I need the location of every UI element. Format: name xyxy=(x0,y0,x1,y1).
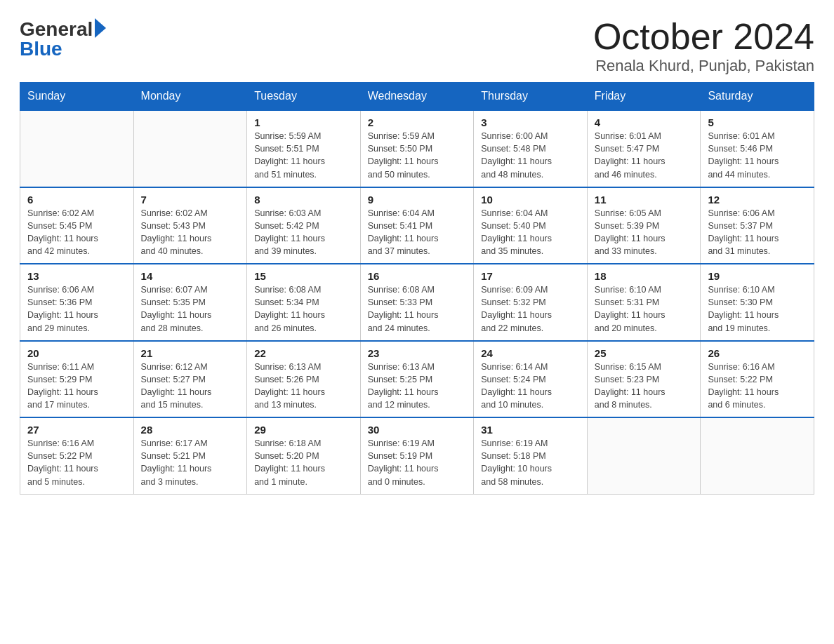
day-info: Sunrise: 6:02 AM Sunset: 5:43 PM Dayligh… xyxy=(141,207,240,258)
calendar-cell: 21Sunrise: 6:12 AM Sunset: 5:27 PM Dayli… xyxy=(133,341,247,418)
calendar-cell: 28Sunrise: 6:17 AM Sunset: 5:21 PM Dayli… xyxy=(133,417,247,494)
day-info: Sunrise: 6:13 AM Sunset: 5:26 PM Dayligh… xyxy=(254,361,353,412)
day-number: 19 xyxy=(708,270,807,282)
calendar-cell: 2Sunrise: 5:59 AM Sunset: 5:50 PM Daylig… xyxy=(360,110,474,187)
calendar-location: Renala Khurd, Punjab, Pakistan xyxy=(593,57,814,75)
day-info: Sunrise: 6:13 AM Sunset: 5:25 PM Dayligh… xyxy=(368,361,467,412)
day-number: 5 xyxy=(708,116,807,128)
day-number: 31 xyxy=(481,424,580,436)
calendar-cell: 1Sunrise: 5:59 AM Sunset: 5:51 PM Daylig… xyxy=(247,110,361,187)
logo-arrow-icon xyxy=(95,18,106,38)
calendar-cell: 12Sunrise: 6:06 AM Sunset: 5:37 PM Dayli… xyxy=(701,187,814,264)
day-number: 9 xyxy=(368,194,467,206)
logo: General Blue xyxy=(20,17,106,59)
day-number: 10 xyxy=(481,194,580,206)
calendar-cell: 3Sunrise: 6:00 AM Sunset: 5:48 PM Daylig… xyxy=(474,110,588,187)
day-number: 24 xyxy=(481,347,580,359)
day-info: Sunrise: 6:18 AM Sunset: 5:20 PM Dayligh… xyxy=(254,437,353,488)
day-number: 14 xyxy=(141,270,240,282)
calendar-cell: 17Sunrise: 6:09 AM Sunset: 5:32 PM Dayli… xyxy=(474,264,588,341)
day-info: Sunrise: 6:06 AM Sunset: 5:36 PM Dayligh… xyxy=(27,283,126,335)
calendar-cell: 15Sunrise: 6:08 AM Sunset: 5:34 PM Dayli… xyxy=(247,264,361,341)
calendar-cell: 24Sunrise: 6:14 AM Sunset: 5:24 PM Dayli… xyxy=(474,341,588,418)
calendar-table: SundayMondayTuesdayWednesdayThursdayFrid… xyxy=(20,82,814,495)
calendar-cell: 26Sunrise: 6:16 AM Sunset: 5:22 PM Dayli… xyxy=(701,341,814,418)
calendar-cell: 27Sunrise: 6:16 AM Sunset: 5:22 PM Dayli… xyxy=(20,417,134,494)
day-info: Sunrise: 6:16 AM Sunset: 5:22 PM Dayligh… xyxy=(708,361,807,412)
header-cell-sunday: Sunday xyxy=(20,83,134,111)
calendar-cell: 25Sunrise: 6:15 AM Sunset: 5:23 PM Dayli… xyxy=(587,341,701,418)
calendar-body: 1Sunrise: 5:59 AM Sunset: 5:51 PM Daylig… xyxy=(20,110,814,494)
day-number: 11 xyxy=(595,194,694,206)
calendar-cell: 18Sunrise: 6:10 AM Sunset: 5:31 PM Dayli… xyxy=(587,264,701,341)
logo-blue: Blue xyxy=(20,39,62,59)
calendar-cell: 19Sunrise: 6:10 AM Sunset: 5:30 PM Dayli… xyxy=(701,264,814,341)
day-info: Sunrise: 6:03 AM Sunset: 5:42 PM Dayligh… xyxy=(254,207,353,258)
day-number: 28 xyxy=(141,424,240,436)
calendar-cell: 23Sunrise: 6:13 AM Sunset: 5:25 PM Dayli… xyxy=(360,341,474,418)
logo-general: General xyxy=(20,20,93,39)
calendar-cell: 14Sunrise: 6:07 AM Sunset: 5:35 PM Dayli… xyxy=(133,264,247,341)
day-info: Sunrise: 6:04 AM Sunset: 5:40 PM Dayligh… xyxy=(481,207,580,258)
calendar-cell: 16Sunrise: 6:08 AM Sunset: 5:33 PM Dayli… xyxy=(360,264,474,341)
day-number: 23 xyxy=(368,347,467,359)
calendar-cell xyxy=(20,110,134,187)
day-info: Sunrise: 6:04 AM Sunset: 5:41 PM Dayligh… xyxy=(368,207,467,258)
day-number: 17 xyxy=(481,270,580,282)
day-number: 27 xyxy=(27,424,126,436)
calendar-week-2: 6Sunrise: 6:02 AM Sunset: 5:45 PM Daylig… xyxy=(20,187,814,264)
calendar-cell: 9Sunrise: 6:04 AM Sunset: 5:41 PM Daylig… xyxy=(360,187,474,264)
calendar-cell: 4Sunrise: 6:01 AM Sunset: 5:47 PM Daylig… xyxy=(587,110,701,187)
calendar-cell: 6Sunrise: 6:02 AM Sunset: 5:45 PM Daylig… xyxy=(20,187,134,264)
calendar-header: SundayMondayTuesdayWednesdayThursdayFrid… xyxy=(20,83,814,111)
calendar-cell: 5Sunrise: 6:01 AM Sunset: 5:46 PM Daylig… xyxy=(701,110,814,187)
day-info: Sunrise: 6:16 AM Sunset: 5:22 PM Dayligh… xyxy=(27,437,126,488)
day-info: Sunrise: 6:10 AM Sunset: 5:31 PM Dayligh… xyxy=(595,283,694,335)
day-info: Sunrise: 6:15 AM Sunset: 5:23 PM Dayligh… xyxy=(595,361,694,412)
day-number: 12 xyxy=(708,194,807,206)
header-cell-tuesday: Tuesday xyxy=(247,83,361,111)
day-info: Sunrise: 6:08 AM Sunset: 5:34 PM Dayligh… xyxy=(254,283,353,335)
header-cell-monday: Monday xyxy=(133,83,247,111)
header-cell-friday: Friday xyxy=(587,83,701,111)
day-number: 2 xyxy=(368,116,467,128)
day-number: 26 xyxy=(708,347,807,359)
day-info: Sunrise: 6:12 AM Sunset: 5:27 PM Dayligh… xyxy=(141,361,240,412)
day-info: Sunrise: 6:09 AM Sunset: 5:32 PM Dayligh… xyxy=(481,283,580,335)
calendar-week-5: 27Sunrise: 6:16 AM Sunset: 5:22 PM Dayli… xyxy=(20,417,814,494)
calendar-cell: 11Sunrise: 6:05 AM Sunset: 5:39 PM Dayli… xyxy=(587,187,701,264)
day-number: 3 xyxy=(481,116,580,128)
calendar-cell xyxy=(133,110,247,187)
calendar-week-3: 13Sunrise: 6:06 AM Sunset: 5:36 PM Dayli… xyxy=(20,264,814,341)
calendar-cell: 10Sunrise: 6:04 AM Sunset: 5:40 PM Dayli… xyxy=(474,187,588,264)
day-info: Sunrise: 6:01 AM Sunset: 5:46 PM Dayligh… xyxy=(708,130,807,181)
title-block: October 2024 Renala Khurd, Punjab, Pakis… xyxy=(593,17,814,75)
calendar-cell: 31Sunrise: 6:19 AM Sunset: 5:18 PM Dayli… xyxy=(474,417,588,494)
calendar-cell: 8Sunrise: 6:03 AM Sunset: 5:42 PM Daylig… xyxy=(247,187,361,264)
calendar-week-1: 1Sunrise: 5:59 AM Sunset: 5:51 PM Daylig… xyxy=(20,110,814,187)
day-info: Sunrise: 6:07 AM Sunset: 5:35 PM Dayligh… xyxy=(141,283,240,335)
day-number: 21 xyxy=(141,347,240,359)
day-info: Sunrise: 6:19 AM Sunset: 5:19 PM Dayligh… xyxy=(368,437,467,488)
day-number: 25 xyxy=(595,347,694,359)
day-info: Sunrise: 6:11 AM Sunset: 5:29 PM Dayligh… xyxy=(27,361,126,412)
header-cell-saturday: Saturday xyxy=(701,83,814,111)
calendar-cell: 30Sunrise: 6:19 AM Sunset: 5:19 PM Dayli… xyxy=(360,417,474,494)
calendar-cell: 13Sunrise: 6:06 AM Sunset: 5:36 PM Dayli… xyxy=(20,264,134,341)
calendar-cell: 7Sunrise: 6:02 AM Sunset: 5:43 PM Daylig… xyxy=(133,187,247,264)
day-info: Sunrise: 6:02 AM Sunset: 5:45 PM Dayligh… xyxy=(27,207,126,258)
day-number: 20 xyxy=(27,347,126,359)
day-info: Sunrise: 6:01 AM Sunset: 5:47 PM Dayligh… xyxy=(595,130,694,181)
calendar-cell xyxy=(587,417,701,494)
day-number: 18 xyxy=(595,270,694,282)
calendar-cell: 22Sunrise: 6:13 AM Sunset: 5:26 PM Dayli… xyxy=(247,341,361,418)
day-number: 1 xyxy=(254,116,353,128)
day-info: Sunrise: 6:19 AM Sunset: 5:18 PM Dayligh… xyxy=(481,437,580,488)
header-cell-thursday: Thursday xyxy=(474,83,588,111)
day-number: 29 xyxy=(254,424,353,436)
day-info: Sunrise: 6:00 AM Sunset: 5:48 PM Dayligh… xyxy=(481,130,580,181)
day-number: 30 xyxy=(368,424,467,436)
day-info: Sunrise: 5:59 AM Sunset: 5:51 PM Dayligh… xyxy=(254,130,353,181)
day-info: Sunrise: 6:17 AM Sunset: 5:21 PM Dayligh… xyxy=(141,437,240,488)
calendar-cell: 29Sunrise: 6:18 AM Sunset: 5:20 PM Dayli… xyxy=(247,417,361,494)
